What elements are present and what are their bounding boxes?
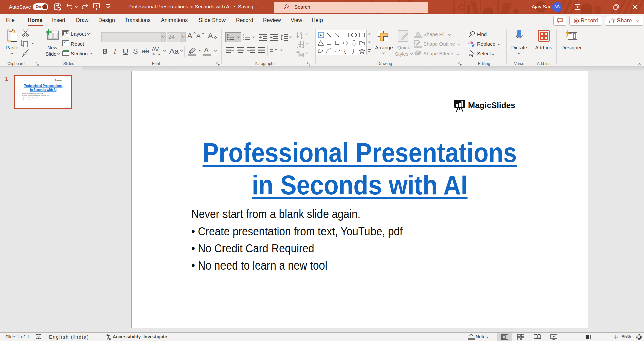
svg-text:{: { (344, 48, 346, 54)
svg-text:}: } (352, 48, 354, 54)
svg-text:AV: AV (152, 47, 159, 53)
svg-text:A: A (300, 31, 303, 36)
svg-text:3: 3 (243, 38, 244, 41)
svg-text:A: A (319, 33, 322, 37)
